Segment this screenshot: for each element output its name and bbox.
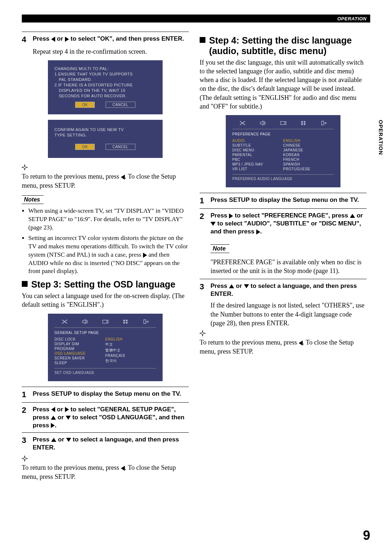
osd-preference-page: PREFERENCE PAGE AUDIO SUBTITLE DISC MENU… [226,115,340,187]
tip-row [22,163,189,170]
svg-rect-4 [126,322,127,323]
osd-cancel-button: CANCEL [106,144,135,150]
osd-menu-item: DISC LOCK [54,337,105,342]
exit-icon [142,319,150,325]
osd-menu-item: MP3 / JPEG NAV [232,162,283,167]
osd-lang-item: ENGLISH [283,138,334,143]
page-number: 9 [363,528,370,543]
up-arrow-icon [51,416,56,420]
note-label: Note [211,244,229,253]
svg-rect-3 [123,322,125,323]
s3-step1: 1 Press SETUP to display the Setup menu … [22,387,189,399]
osd-ok-button: OK [75,102,94,108]
header-bar: OPERATION [22,15,370,23]
down-arrow-icon [211,222,216,226]
right-arrow-icon [229,213,233,219]
osd-lang-item: 中文 [105,342,156,347]
step3-intro: You can select a language used for the o… [22,292,189,309]
svg-rect-6 [301,121,303,123]
left-column: 4 Press or to select "OK", and then pres… [22,32,189,481]
osd-menu-item: SCREEN SAVER [54,356,105,360]
osd-lang-item: ENGLISH [105,337,156,342]
notes-label: Notes [22,195,44,204]
down-arrow-icon [244,284,249,288]
exit-icon [320,120,328,126]
step-4-body: Repeat step 4 in the re-confirmation scr… [33,47,189,56]
osd-cancel-button: CANCEL [106,102,135,108]
right-arrow-icon [65,407,69,412]
osd-footer: PREFERRED AUDIO LANGUAGE [232,174,334,181]
right-arrow-icon [256,229,260,235]
osd-lang-item: SPANISH [283,162,334,167]
tip-text: To return to the previous menu, press . … [22,463,189,481]
tip-text: To return to the previous menu, press . … [200,338,367,356]
note-text: "PREFERENCE PAGE" is available only when… [211,258,367,276]
s3-step3: 3 Press or to select a language, and the… [22,432,189,452]
svg-rect-7 [304,121,305,123]
right-arrow-icon [143,253,147,258]
grid-icon [299,120,307,126]
note-item: When using a wide-screen TV, set "TV DIS… [28,207,189,232]
left-arrow-icon [121,175,125,180]
down-arrow-icon [66,438,71,442]
osd-ok-button: OK [75,144,94,150]
s3-step2: 2 Press or to select "GENERAL SETUP PAGE… [22,402,189,429]
video-icon [101,319,109,325]
step3-heading: Step 3: Setting the OSD language [22,279,189,290]
svg-rect-0 [103,320,107,323]
tip-icon [22,164,28,170]
tip-text: To return to the previous menu, press . … [22,172,189,190]
svg-rect-2 [126,319,127,321]
osd-lang-item: FRANÇAIS [105,353,156,358]
square-bullet-icon [22,281,28,287]
step4-heading: Step 4: Setting the disc language (audio… [200,35,367,56]
up-arrow-icon [350,214,355,218]
osd-page-title: PREFERENCE PAGE [232,132,334,136]
notes-list: When using a wide-screen TV, set "TV DIS… [22,207,189,276]
s4-step1: 1 Press SETUP to display the Setup menu … [200,193,367,205]
right-column: Step 4: Setting the disc language (audio… [200,32,367,481]
osd-lang-item: JAPANESE [283,148,334,152]
tip-row [200,329,367,336]
osd-menu-item: OSD LANGUAGE [54,351,105,356]
svg-rect-5 [281,122,285,125]
step4-intro: If you set the disc language, this unit … [200,58,367,111]
svg-rect-1 [123,319,125,321]
osd-lang-item: FRENCH [283,157,334,162]
osd-menu-item: AUDIO [232,138,283,143]
osd-lang-item: 繁體中文 [105,347,156,353]
square-bullet-icon [200,37,205,43]
header-section: OPERATION [337,16,367,21]
osd-lang-item: 한국어 [105,358,156,364]
osd-menu-item: SLEEP [54,360,105,365]
video-icon [279,120,287,126]
osd-tab-row [54,319,156,328]
svg-rect-9 [304,123,305,125]
osd-pal-screen-2: CONFIRM AGAIN TO USE NEW TV TYPE SETTING… [48,120,163,158]
osd-lang-item: KOREAN [283,152,334,157]
grid-icon [122,319,130,325]
osd-menu-item: PBC [232,157,283,162]
osd-menu-item: DISC MENU [232,148,283,152]
osd-tab-row [232,120,334,129]
left-arrow-icon [51,37,55,42]
side-tab: OPERATION [378,120,384,155]
down-arrow-icon [66,416,71,420]
step-number: 4 [22,35,33,44]
s4-step2: 2 Press to select "PREFERENCE PAGE", pre… [200,208,367,236]
left-arrow-icon [51,407,55,412]
tools-icon [61,319,69,325]
osd-menu-item: DISPLAY DIM [54,342,105,346]
osd-footer: SET OSD LANGUAGE [54,368,156,375]
osd-menu-item: PROGRAM [54,346,105,351]
s4-step3: 3 Press or to select a language, and the… [200,279,367,298]
left-arrow-icon [299,341,303,346]
osd-page-title: GENERAL SETUP PAGE [54,331,156,335]
osd-lang-item: PROTUGUESE [283,167,334,171]
osd-menu-item: VR LIST [232,167,283,171]
step-4-title: Press or to select "OK", and then press … [33,35,189,43]
osd-menu-item: SUBTITLE [232,143,283,148]
s4-step3-body: If the desired language is not listed, s… [211,301,367,327]
svg-rect-8 [301,123,303,125]
osd-lang-item: CHINESE [283,143,334,148]
